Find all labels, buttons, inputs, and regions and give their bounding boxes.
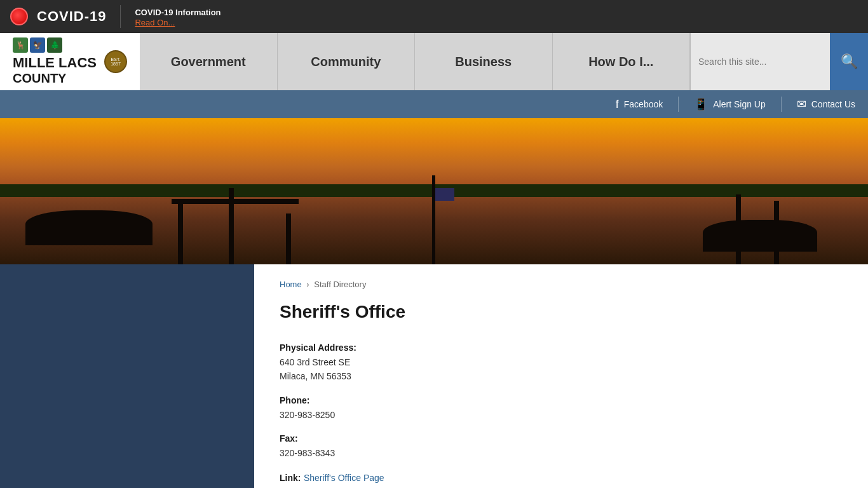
page-title: Sheriff's Office xyxy=(280,302,843,327)
phone-section: Phone: 320-983-8250 xyxy=(280,395,843,422)
phone-value: 320-983-8250 xyxy=(280,408,843,422)
nav-item-government[interactable]: Government xyxy=(140,33,278,90)
social-bar: f Facebook 📱 Alert Sign Up ✉ Contact Us xyxy=(0,90,868,118)
flag xyxy=(435,188,454,201)
content-wrapper: Home › Staff Directory Sheriff's Office … xyxy=(0,264,868,488)
covid-info-label: COVID-19 Information xyxy=(135,8,220,17)
dock-silhouettes xyxy=(0,175,868,264)
covid-read-on-link[interactable]: Read On... xyxy=(135,18,220,27)
sidebar xyxy=(0,264,254,488)
hero-image xyxy=(0,118,868,264)
search-area xyxy=(690,33,830,90)
logo-icon-3: 🌲 xyxy=(47,37,62,53)
facebook-link[interactable]: f Facebook xyxy=(616,98,663,111)
logo-seal: EST. 1857 xyxy=(104,50,127,73)
contact-us-link[interactable]: ✉ Contact Us xyxy=(797,97,855,111)
facebook-label: Facebook xyxy=(624,99,663,109)
logo-icon-1: 🦌 xyxy=(13,37,28,53)
nav-item-community[interactable]: Community xyxy=(278,33,416,90)
breadcrumb: Home › Staff Directory xyxy=(280,274,843,289)
facebook-icon: f xyxy=(616,98,619,111)
covid-info: COVID-19 Information Read On... xyxy=(135,6,220,27)
contact-us-label: Contact Us xyxy=(811,99,855,109)
fax-value: 320-983-8343 xyxy=(280,446,843,460)
boat-silhouette-2 xyxy=(703,220,817,252)
breadcrumb-home[interactable]: Home xyxy=(280,280,302,289)
search-input[interactable] xyxy=(698,57,822,67)
search-icon: 🔍 xyxy=(841,53,858,70)
search-button[interactable]: 🔍 xyxy=(830,33,868,90)
logo-icons: 🦌 🦅 🌲 MILLE LACS COUNTY xyxy=(13,37,97,85)
main-content: Home › Staff Directory Sheriff's Office … xyxy=(254,264,868,488)
nav-item-how-do-i[interactable]: How Do I... xyxy=(553,33,691,90)
boat-silhouette-1 xyxy=(25,210,153,245)
dock-horizontal xyxy=(172,199,299,204)
dock-post-3 xyxy=(286,214,291,264)
logo-icon-2: 🦅 xyxy=(30,37,45,53)
alert-signup-link[interactable]: 📱 Alert Sign Up xyxy=(694,97,765,111)
fax-label: Fax: xyxy=(280,433,843,444)
link-label: Link: xyxy=(280,473,301,483)
social-divider-1 xyxy=(678,97,679,112)
address-line2: Milaca, MN 56353 xyxy=(280,369,843,383)
logo-area: 🦌 🦅 🌲 MILLE LACS COUNTY EST. 1857 xyxy=(0,33,140,90)
envelope-icon: ✉ xyxy=(797,97,806,111)
phone-label: Phone: xyxy=(280,395,843,405)
phone-icon: 📱 xyxy=(694,97,708,111)
alert-signup-label: Alert Sign Up xyxy=(713,99,765,109)
fax-section: Fax: 320-983-8343 xyxy=(280,433,843,460)
nav-item-business[interactable]: Business xyxy=(415,33,553,90)
social-divider-2 xyxy=(781,97,782,112)
logo-text: MILLE LACS COUNTY xyxy=(13,55,97,85)
covid-icon xyxy=(10,8,28,25)
covid-banner: COVID-19 COVID-19 Information Read On... xyxy=(0,0,868,33)
nav-items: Government Community Business How Do I..… xyxy=(140,33,690,90)
breadcrumb-current: Staff Directory xyxy=(314,280,366,289)
sheriffs-office-link[interactable]: Sheriff's Office Page xyxy=(304,473,384,483)
logo-county: COUNTY xyxy=(13,71,97,86)
address-section: Physical Address: 640 3rd Street SE Mila… xyxy=(280,342,843,384)
covid-divider xyxy=(120,5,121,28)
link-section: Link: Sheriff's Office Page xyxy=(280,472,843,484)
logo-mille-lacs: MILLE LACS xyxy=(13,55,97,71)
covid-title: COVID-19 xyxy=(37,8,106,25)
nav-header: 🦌 🦅 🌲 MILLE LACS COUNTY EST. 1857 Govern… xyxy=(0,33,868,90)
breadcrumb-separator: › xyxy=(306,280,309,289)
address-line1: 640 3rd Street SE xyxy=(280,355,843,369)
dock-post-1 xyxy=(178,201,183,264)
address-label: Physical Address: xyxy=(280,342,843,353)
